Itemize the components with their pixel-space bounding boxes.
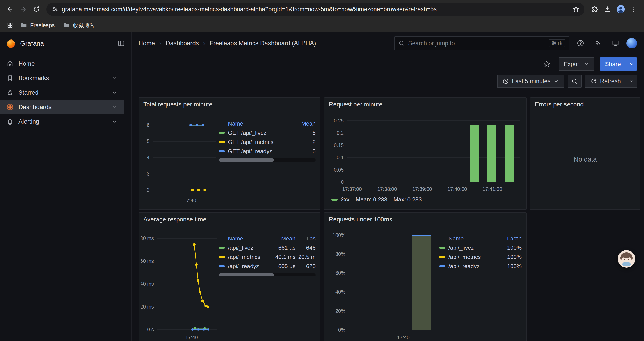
- bookmark-page-button[interactable]: [570, 4, 582, 15]
- time-controls: Last 5 minutes Refresh: [132, 74, 644, 89]
- y-tick: 40 ms: [141, 281, 154, 287]
- legend-horizontal-scrollbar[interactable]: [219, 158, 316, 162]
- search-input[interactable]: [408, 40, 545, 47]
- apps-button[interactable]: [4, 20, 16, 31]
- time-range-picker[interactable]: Last 5 minutes: [497, 75, 564, 88]
- legend-header-name[interactable]: Name: [439, 235, 497, 242]
- series-color-swatch: [219, 150, 225, 152]
- grafana-app: Grafana Home Bookmarks Starred: [0, 33, 644, 341]
- legend-header-mean[interactable]: Mean: [293, 120, 316, 127]
- profile-button[interactable]: [614, 3, 627, 16]
- downloads-button[interactable]: [601, 3, 614, 16]
- series-color-swatch: [219, 132, 225, 134]
- user-avatar[interactable]: [626, 38, 637, 49]
- panel-request-per-minute: Request per minute 0.25 0.2 0.15 0.1 0.0…: [324, 97, 526, 210]
- panel-title[interactable]: Errors per second: [530, 98, 640, 109]
- series-color-swatch: [439, 265, 446, 267]
- news-button[interactable]: [592, 37, 604, 50]
- share-menu-button[interactable]: [626, 58, 637, 71]
- breadcrumb-separator: ›: [159, 40, 161, 47]
- y-tick: 80 ms: [141, 235, 154, 241]
- share-main[interactable]: Share: [600, 58, 626, 71]
- legend-header-name[interactable]: Name: [219, 120, 293, 127]
- breadcrumb-dashboards[interactable]: Dashboards: [166, 40, 199, 47]
- x-tick: 17:39:00: [412, 186, 432, 192]
- legend-row: GET /api/_metrics 2: [219, 137, 316, 147]
- scrollbar-thumb[interactable]: [219, 158, 274, 162]
- y-tick: 60%: [335, 270, 346, 276]
- legend-series[interactable]: 2xx: [332, 196, 350, 203]
- refresh-button[interactable]: Refresh: [585, 75, 637, 88]
- share-button[interactable]: Share: [600, 58, 637, 71]
- legend-mean-value: 6: [293, 129, 316, 136]
- brand-name: Grafana: [20, 40, 44, 47]
- total-requests-chart: 6 5 4 3 2 17:40: [141, 109, 219, 205]
- chevron-down-icon: [629, 79, 634, 84]
- legend-series-name: GET /api/_livez: [228, 129, 266, 136]
- chevron-down-icon[interactable]: [111, 90, 118, 96]
- legend-horizontal-scrollbar[interactable]: [219, 273, 316, 276]
- x-tick: 17:40: [184, 198, 196, 203]
- legend-table: Name Mean Las /api/_livez 661 µs 646 /ap…: [219, 224, 316, 341]
- panel-title[interactable]: Average response time: [139, 213, 320, 224]
- dashboard-grid: Total requests per minute 6 5 4 3 2: [132, 89, 644, 341]
- legend-header-name[interactable]: Name: [219, 235, 269, 242]
- bookmarks-bar: Freeleaps 收藏博客: [0, 19, 644, 33]
- panel-title[interactable]: Request per minute: [324, 98, 526, 109]
- legend-last-value: 620: [296, 263, 316, 270]
- browser-menu-button[interactable]: [627, 3, 640, 16]
- chevron-down-icon[interactable]: [111, 104, 118, 110]
- display-button[interactable]: [609, 37, 622, 50]
- legend-header-last[interactable]: Last *: [497, 235, 522, 242]
- panel-body: 100% 80% 60% 40% 20% 0% 17:40: [324, 224, 526, 341]
- legend-last-value: 646: [296, 244, 316, 251]
- refresh-interval-button[interactable]: [626, 75, 637, 88]
- help-button[interactable]: [574, 37, 587, 50]
- clock-icon: [502, 78, 509, 85]
- sidebar-item-dashboards[interactable]: Dashboards: [0, 100, 124, 114]
- scrollbar-thumb[interactable]: [219, 273, 274, 276]
- panel-body: 0.25 0.2 0.15 0.1 0.05 0 17:37:00 17:38:…: [324, 109, 526, 209]
- y-tick: 60 ms: [141, 258, 154, 264]
- zoom-out-button[interactable]: [568, 75, 582, 88]
- request-per-minute-chart: 0.25 0.2 0.15 0.1 0.05 0 17:37:00 17:38:…: [327, 109, 522, 195]
- screen: grafana.mathmast.com/d/deytv4rwavabkb/fr…: [0, 0, 644, 341]
- puzzle-icon: [591, 6, 598, 13]
- y-tick: 4: [147, 155, 150, 160]
- chevron-down-icon[interactable]: [111, 75, 118, 81]
- forward-button[interactable]: [17, 3, 30, 16]
- chevron-down-icon[interactable]: [111, 119, 118, 125]
- legend-row: /api/_metrics 100%: [439, 252, 522, 261]
- favorite-dashboard-button[interactable]: [540, 58, 553, 71]
- sidebar-item-starred[interactable]: Starred: [0, 86, 124, 100]
- no-data-message: No data: [530, 109, 640, 209]
- refresh-main[interactable]: Refresh: [585, 75, 626, 88]
- legend-last-value: 100%: [497, 244, 522, 251]
- legend-header-last[interactable]: Las: [296, 235, 316, 242]
- breadcrumb-home[interactable]: Home: [138, 40, 155, 47]
- panel-left-icon: [118, 40, 125, 47]
- assistant-avatar-button[interactable]: [618, 250, 635, 268]
- bookmark-item-blog[interactable]: 收藏博客: [60, 21, 99, 30]
- extensions-button[interactable]: [588, 3, 601, 16]
- legend-last-value: 100%: [497, 263, 522, 270]
- y-tick: 100%: [332, 232, 346, 238]
- sidebar-item-home[interactable]: Home: [0, 57, 124, 71]
- legend-series-name: /api/_metrics: [228, 254, 260, 260]
- panel-title[interactable]: Requests under 100ms: [324, 213, 526, 224]
- panel-title[interactable]: Total requests per minute: [139, 98, 320, 109]
- url-bar[interactable]: grafana.mathmast.com/d/deytv4rwavabkb/fr…: [46, 3, 584, 16]
- legend-header-mean[interactable]: Mean: [269, 235, 296, 242]
- export-button[interactable]: Export: [558, 58, 594, 71]
- sidebar-item-alerting[interactable]: Alerting: [0, 115, 124, 129]
- sidebar-dock-toggle[interactable]: [118, 40, 125, 47]
- search-bar[interactable]: ⌘+k: [394, 37, 570, 50]
- legend-max: Max: 0.233: [394, 196, 422, 203]
- back-button[interactable]: [4, 3, 17, 16]
- grafana-logo[interactable]: [6, 39, 16, 48]
- bookmark-icon: [6, 75, 14, 82]
- sidebar-item-bookmarks[interactable]: Bookmarks: [0, 71, 124, 85]
- bookmark-item-freeleaps[interactable]: Freeleaps: [17, 21, 58, 30]
- reload-button[interactable]: [30, 3, 43, 16]
- legend-mean-value: 2: [293, 139, 316, 146]
